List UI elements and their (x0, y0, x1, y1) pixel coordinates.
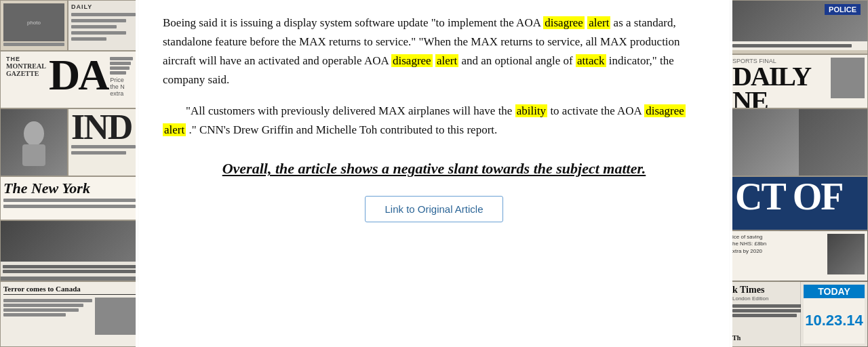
highlight-disagree-2: disagree (391, 54, 433, 67)
highlight-alert-3: alert (163, 123, 186, 136)
main-content-area: Boeing said it is issuing a display syst… (136, 0, 732, 347)
left-newspaper-collage: photo DAILY The MONTREALGAZETTE DA (0, 0, 139, 347)
highlight-disagree-1: disagree (543, 16, 585, 29)
highlight-attack: attack (576, 54, 606, 67)
svg-rect-1 (22, 144, 45, 166)
link-button-container: Link to Original Article (163, 196, 705, 222)
article-paragraph-2: "All customers with previously delivered… (163, 102, 705, 140)
right-newspaper-collage: POLICE SPORTS FINAL DAILY NE NEW YORK'S … (729, 0, 868, 347)
article-paragraph-1: Boeing said it is issuing a display syst… (163, 14, 705, 89)
article-summary-heading: Overall, the article shows a negative sl… (163, 159, 705, 180)
svg-point-0 (24, 121, 44, 146)
highlight-ability: ability (515, 104, 547, 117)
highlight-alert-1: alert (587, 16, 610, 29)
highlight-alert-2: alert (435, 54, 458, 67)
link-to-original-button[interactable]: Link to Original Article (365, 196, 502, 222)
highlight-disagree-3: disagree (644, 104, 686, 117)
